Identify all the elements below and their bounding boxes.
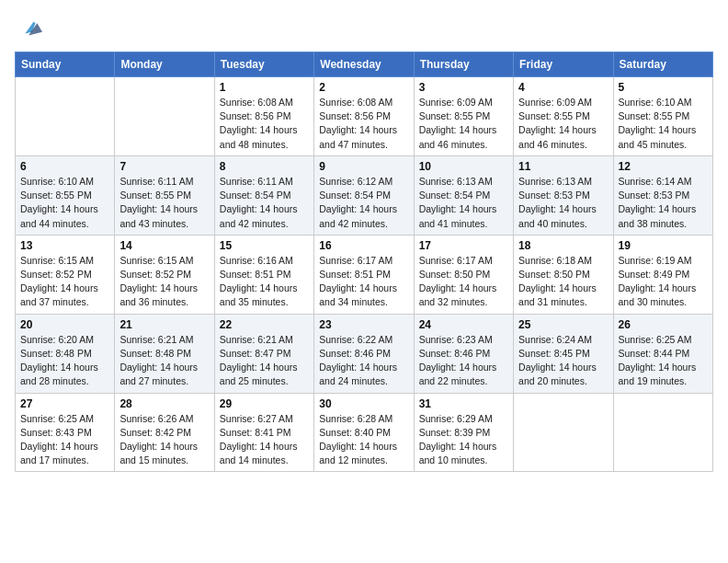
calendar-cell: 16Sunrise: 6:17 AMSunset: 8:51 PMDayligh… (314, 235, 414, 314)
calendar-table: SundayMondayTuesdayWednesdayThursdayFrid… (15, 52, 713, 472)
calendar-cell: 1Sunrise: 6:08 AMSunset: 8:56 PMDaylight… (214, 77, 313, 156)
page-header (15, 15, 713, 40)
day-number: 22 (220, 318, 309, 331)
calendar-cell (613, 393, 712, 472)
calendar-week-row: 1Sunrise: 6:08 AMSunset: 8:56 PMDaylight… (16, 77, 713, 156)
day-number: 12 (619, 160, 708, 173)
day-number: 19 (619, 239, 708, 252)
calendar-week-row: 13Sunrise: 6:15 AMSunset: 8:52 PMDayligh… (16, 235, 713, 314)
calendar-cell: 22Sunrise: 6:21 AMSunset: 8:47 PMDayligh… (214, 314, 313, 393)
calendar-cell: 10Sunrise: 6:13 AMSunset: 8:54 PMDayligh… (414, 155, 513, 235)
weekday-header: Wednesday (314, 52, 414, 77)
day-number: 24 (419, 318, 508, 331)
logo-icon (17, 15, 42, 40)
weekday-header: Sunday (16, 52, 115, 77)
calendar-cell: 14Sunrise: 6:15 AMSunset: 8:52 PMDayligh… (115, 235, 214, 314)
calendar-cell: 12Sunrise: 6:14 AMSunset: 8:53 PMDayligh… (613, 155, 712, 235)
day-info: Sunrise: 6:15 AMSunset: 8:52 PMDaylight:… (119, 254, 209, 310)
day-number: 13 (20, 239, 109, 252)
day-number: 14 (119, 239, 209, 252)
calendar-cell: 19Sunrise: 6:19 AMSunset: 8:49 PMDayligh… (613, 235, 712, 314)
day-info: Sunrise: 6:25 AMSunset: 8:44 PMDaylight:… (619, 333, 708, 389)
day-number: 5 (619, 81, 708, 94)
day-info: Sunrise: 6:08 AMSunset: 8:56 PMDaylight:… (319, 96, 408, 152)
day-info: Sunrise: 6:18 AMSunset: 8:50 PMDaylight:… (518, 254, 608, 310)
day-number: 16 (319, 239, 408, 252)
day-number: 23 (319, 318, 408, 331)
day-info: Sunrise: 6:23 AMSunset: 8:46 PMDaylight:… (419, 333, 508, 389)
day-info: Sunrise: 6:09 AMSunset: 8:55 PMDaylight:… (518, 96, 608, 152)
day-number: 30 (319, 397, 408, 410)
day-number: 31 (419, 397, 508, 410)
calendar-cell (514, 393, 613, 472)
weekday-header: Saturday (613, 52, 712, 77)
day-number: 27 (20, 397, 109, 410)
calendar-cell: 23Sunrise: 6:22 AMSunset: 8:46 PMDayligh… (314, 314, 414, 393)
calendar-cell: 4Sunrise: 6:09 AMSunset: 8:55 PMDaylight… (514, 77, 613, 156)
calendar-cell: 8Sunrise: 6:11 AMSunset: 8:54 PMDaylight… (214, 155, 313, 235)
day-number: 3 (419, 81, 508, 94)
calendar-cell: 30Sunrise: 6:28 AMSunset: 8:40 PMDayligh… (314, 393, 414, 472)
day-info: Sunrise: 6:26 AMSunset: 8:42 PMDaylight:… (119, 412, 209, 468)
day-info: Sunrise: 6:11 AMSunset: 8:55 PMDaylight:… (119, 175, 209, 231)
day-info: Sunrise: 6:11 AMSunset: 8:54 PMDaylight:… (220, 175, 309, 231)
day-info: Sunrise: 6:15 AMSunset: 8:52 PMDaylight:… (20, 254, 109, 310)
calendar-cell: 2Sunrise: 6:08 AMSunset: 8:56 PMDaylight… (314, 77, 414, 156)
day-info: Sunrise: 6:21 AMSunset: 8:47 PMDaylight:… (220, 333, 309, 389)
calendar-cell: 20Sunrise: 6:20 AMSunset: 8:48 PMDayligh… (16, 314, 115, 393)
calendar-cell: 27Sunrise: 6:25 AMSunset: 8:43 PMDayligh… (16, 393, 115, 472)
day-info: Sunrise: 6:21 AMSunset: 8:48 PMDaylight:… (119, 333, 209, 389)
weekday-header: Tuesday (214, 52, 313, 77)
calendar-cell: 21Sunrise: 6:21 AMSunset: 8:48 PMDayligh… (115, 314, 214, 393)
day-info: Sunrise: 6:24 AMSunset: 8:45 PMDaylight:… (518, 333, 608, 389)
day-info: Sunrise: 6:17 AMSunset: 8:50 PMDaylight:… (419, 254, 508, 310)
day-number: 25 (518, 318, 608, 331)
day-info: Sunrise: 6:28 AMSunset: 8:40 PMDaylight:… (319, 412, 408, 468)
day-info: Sunrise: 6:17 AMSunset: 8:51 PMDaylight:… (319, 254, 408, 310)
day-info: Sunrise: 6:27 AMSunset: 8:41 PMDaylight:… (220, 412, 309, 468)
calendar-cell (16, 77, 115, 156)
day-info: Sunrise: 6:20 AMSunset: 8:48 PMDaylight:… (20, 333, 109, 389)
day-number: 8 (220, 160, 309, 173)
day-number: 18 (518, 239, 608, 252)
day-info: Sunrise: 6:16 AMSunset: 8:51 PMDaylight:… (220, 254, 309, 310)
calendar-cell: 13Sunrise: 6:15 AMSunset: 8:52 PMDayligh… (16, 235, 115, 314)
calendar-cell: 11Sunrise: 6:13 AMSunset: 8:53 PMDayligh… (514, 155, 613, 235)
calendar-cell: 17Sunrise: 6:17 AMSunset: 8:50 PMDayligh… (414, 235, 513, 314)
day-info: Sunrise: 6:09 AMSunset: 8:55 PMDaylight:… (419, 96, 508, 152)
day-number: 9 (319, 160, 408, 173)
day-number: 17 (419, 239, 508, 252)
calendar-cell: 9Sunrise: 6:12 AMSunset: 8:54 PMDaylight… (314, 155, 414, 235)
day-info: Sunrise: 6:14 AMSunset: 8:53 PMDaylight:… (619, 175, 708, 231)
day-info: Sunrise: 6:12 AMSunset: 8:54 PMDaylight:… (319, 175, 408, 231)
calendar-cell: 24Sunrise: 6:23 AMSunset: 8:46 PMDayligh… (414, 314, 513, 393)
calendar-week-row: 20Sunrise: 6:20 AMSunset: 8:48 PMDayligh… (16, 314, 713, 393)
day-number: 21 (119, 318, 209, 331)
calendar-cell: 6Sunrise: 6:10 AMSunset: 8:55 PMDaylight… (16, 155, 115, 235)
calendar-header-row: SundayMondayTuesdayWednesdayThursdayFrid… (16, 52, 713, 77)
day-number: 29 (220, 397, 309, 410)
calendar-cell: 28Sunrise: 6:26 AMSunset: 8:42 PMDayligh… (115, 393, 214, 472)
day-number: 26 (619, 318, 708, 331)
calendar-cell: 29Sunrise: 6:27 AMSunset: 8:41 PMDayligh… (214, 393, 313, 472)
day-number: 7 (119, 160, 209, 173)
logo (15, 15, 42, 40)
day-info: Sunrise: 6:19 AMSunset: 8:49 PMDaylight:… (619, 254, 708, 310)
day-number: 28 (119, 397, 209, 410)
day-number: 6 (20, 160, 109, 173)
day-number: 10 (419, 160, 508, 173)
calendar-cell: 18Sunrise: 6:18 AMSunset: 8:50 PMDayligh… (514, 235, 613, 314)
day-info: Sunrise: 6:08 AMSunset: 8:56 PMDaylight:… (220, 96, 309, 152)
calendar-cell: 15Sunrise: 6:16 AMSunset: 8:51 PMDayligh… (214, 235, 313, 314)
calendar-cell (115, 77, 214, 156)
calendar-cell: 31Sunrise: 6:29 AMSunset: 8:39 PMDayligh… (414, 393, 513, 472)
day-number: 2 (319, 81, 408, 94)
day-info: Sunrise: 6:10 AMSunset: 8:55 PMDaylight:… (20, 175, 109, 231)
calendar-cell: 3Sunrise: 6:09 AMSunset: 8:55 PMDaylight… (414, 77, 513, 156)
day-info: Sunrise: 6:10 AMSunset: 8:55 PMDaylight:… (619, 96, 708, 152)
weekday-header: Friday (514, 52, 613, 77)
day-number: 15 (220, 239, 309, 252)
day-info: Sunrise: 6:13 AMSunset: 8:53 PMDaylight:… (518, 175, 608, 231)
day-number: 11 (518, 160, 608, 173)
calendar-cell: 26Sunrise: 6:25 AMSunset: 8:44 PMDayligh… (613, 314, 712, 393)
